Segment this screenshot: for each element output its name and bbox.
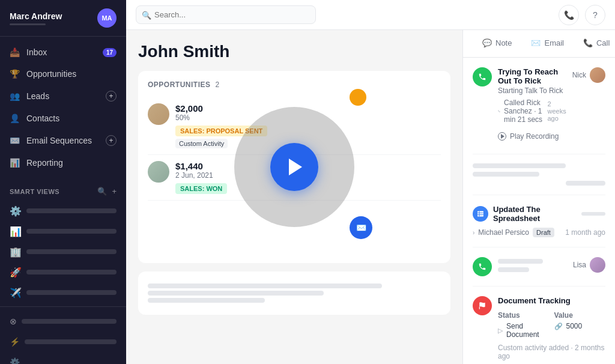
action-tabs: 💬 Note ✉️ Email 📞 Call 📋 Activity bbox=[463, 30, 615, 58]
feed-item-doctrack: Document Tracking Status ▷ Send Document bbox=[473, 287, 605, 364]
called-text: Called Rick Sanchez · 1 min 21 secs bbox=[504, 99, 544, 124]
blue-bubble: ✉️ bbox=[350, 216, 372, 239]
smart-view-item-4[interactable]: 🚀 bbox=[10, 262, 117, 282]
bottom-icon-1: ⊗ bbox=[10, 317, 17, 326]
sv-bar-4 bbox=[26, 270, 117, 275]
chevron-icon: › bbox=[473, 229, 474, 236]
feed-item-call1: Trying To Reach Out To Rick Starting Tal… bbox=[473, 58, 605, 154]
smart-views-add-icon[interactable]: + bbox=[112, 187, 117, 196]
skel-call2-a bbox=[498, 259, 543, 264]
smart-view-item-1[interactable]: ⚙️ bbox=[10, 201, 117, 221]
doc-status-col: Status ▷ Send Document bbox=[498, 311, 550, 339]
bottom-item-2[interactable]: ⚡ bbox=[10, 333, 117, 350]
sidebar-item-contacts[interactable]: 👤 Contacts bbox=[0, 108, 126, 129]
nav-label-leads: Leads bbox=[26, 91, 49, 101]
feed-user-name-call2: Lisa bbox=[573, 261, 586, 269]
sidebar-item-opportunities[interactable]: 🏆 Opportunities bbox=[0, 63, 126, 85]
email-icon: ✉️ bbox=[531, 38, 541, 47]
smart-views-search-icon[interactable]: 🔍 bbox=[97, 187, 107, 196]
skeleton-card bbox=[138, 271, 450, 315]
feed-user-name-call1: Nick bbox=[572, 71, 586, 79]
feed-item-spreadsheet: Updated The Spreadsheet › Michael Persic… bbox=[473, 195, 605, 247]
feed-row-doctrack: Document Tracking Status ▷ Send Document bbox=[473, 296, 605, 360]
doc-status-label: Status bbox=[498, 311, 550, 320]
doc-value-row: 🔗 5000 bbox=[554, 322, 606, 330]
sidebar-item-leads[interactable]: 👥 Leads + bbox=[0, 85, 126, 108]
search-icon: 🔍 bbox=[142, 10, 151, 19]
opp-avatar-2 bbox=[148, 161, 169, 183]
inbox-icon: 📥 bbox=[10, 47, 20, 57]
play-recording-button[interactable]: Play Recording bbox=[498, 129, 566, 144]
smart-view-item-2[interactable]: 📊 bbox=[10, 221, 117, 241]
feed-icon-spreadsheet bbox=[473, 206, 488, 222]
feed-skeleton-1 bbox=[473, 154, 605, 195]
feed-content-call2 bbox=[498, 257, 567, 274]
feed-title-doctrack: Document Tracking bbox=[498, 296, 605, 305]
opportunities-title: OPPORTUNITIES bbox=[148, 80, 211, 89]
leads-add-button[interactable]: + bbox=[106, 91, 117, 102]
skel-call2-b bbox=[498, 267, 529, 272]
smart-views-label: SMART VIEWS bbox=[10, 188, 59, 195]
feed-content-doctrack: Document Tracking Status ▷ Send Document bbox=[498, 296, 605, 360]
skeleton-2 bbox=[148, 291, 324, 296]
left-panel: John Smith OPPORTUNITIES 2 $2,000 50% SA… bbox=[126, 30, 462, 364]
feed-row-call2: Lisa bbox=[473, 257, 605, 276]
feed-icon-call1 bbox=[473, 67, 492, 86]
time-ago-link[interactable]: 2 weeks ago bbox=[547, 100, 566, 122]
spreadsheet-meta bbox=[581, 210, 605, 217]
michael-name: Michael Persico bbox=[478, 228, 529, 237]
bottom-bar-2 bbox=[25, 339, 117, 344]
tab-note[interactable]: 💬 Note bbox=[473, 30, 521, 57]
opp-avatar-1 bbox=[148, 103, 169, 125]
doc-value-col: Value 🔗 5000 bbox=[554, 311, 606, 339]
opportunities-count: 2 bbox=[216, 80, 220, 89]
opp-custom-activity: Custom Activity bbox=[175, 139, 228, 148]
skel-b bbox=[473, 172, 539, 177]
topbar-actions: 📞 ? bbox=[559, 5, 605, 25]
bottom-item-3[interactable]: ⚙️ bbox=[10, 354, 117, 364]
play-triangle-icon bbox=[289, 159, 302, 175]
play-recording-label: Play Recording bbox=[510, 132, 559, 141]
sidebar-item-reporting[interactable]: 📊 Reporting bbox=[0, 152, 126, 174]
email-sequences-add-button[interactable]: + bbox=[106, 135, 117, 146]
trophy-icon: 🏆 bbox=[10, 69, 20, 79]
note-icon: 💬 bbox=[482, 38, 492, 47]
sv-icon-3: 🏢 bbox=[10, 246, 22, 258]
bottom-item-1[interactable]: ⊗ bbox=[10, 313, 117, 330]
michael-row: › Michael Persico Draft 1 month ago bbox=[473, 228, 605, 237]
skeleton-3 bbox=[148, 298, 265, 303]
send-document-icon: ▷ bbox=[498, 327, 503, 335]
search-wrap: 🔍 bbox=[136, 5, 316, 24]
search-input[interactable] bbox=[136, 5, 316, 24]
doc-value-label: Value bbox=[554, 311, 606, 320]
doc-grid: Status ▷ Send Document Value 🔗 bbox=[498, 311, 605, 339]
email-sequences-icon: ✉️ bbox=[10, 136, 20, 145]
feed-icon-doctrack bbox=[473, 296, 492, 315]
feed-title-call1: Trying To Reach Out To Rick bbox=[498, 67, 566, 85]
call-icon: 📞 bbox=[583, 38, 593, 47]
smart-views-actions: 🔍 + bbox=[97, 187, 117, 196]
smart-view-item-5[interactable]: ✈️ bbox=[10, 282, 117, 303]
bottom-bar-1 bbox=[22, 319, 117, 324]
feed-row-call1: Trying To Reach Out To Rick Starting Tal… bbox=[473, 67, 605, 144]
contact-name: John Smith bbox=[138, 42, 450, 61]
smart-views-header: SMART VIEWS 🔍 + bbox=[10, 187, 117, 196]
sidebar-item-inbox[interactable]: 📥 Inbox 17 bbox=[0, 41, 126, 63]
video-overlay: ✉️ bbox=[234, 107, 354, 227]
tab-email-label: Email bbox=[544, 38, 564, 47]
sv-icon-2: 📊 bbox=[10, 225, 22, 237]
content-area: John Smith OPPORTUNITIES 2 $2,000 50% SA… bbox=[126, 30, 615, 364]
help-button[interactable]: ? bbox=[585, 5, 605, 25]
feed-title-spreadsheet: Updated The Spreadsheet bbox=[493, 205, 581, 223]
value-icon: 🔗 bbox=[554, 323, 563, 330]
sidebar-item-email-sequences[interactable]: ✉️ Email Sequences + bbox=[0, 129, 126, 152]
tab-call[interactable]: 📞 Call bbox=[574, 30, 615, 57]
skel-c bbox=[566, 181, 605, 186]
play-button[interactable] bbox=[270, 143, 318, 191]
skel-a bbox=[473, 163, 566, 168]
tab-email[interactable]: ✉️ Email bbox=[521, 30, 574, 57]
doc-send-row: ▷ Send Document bbox=[498, 322, 550, 339]
phone-button[interactable]: 📞 bbox=[559, 5, 579, 25]
smart-view-item-3[interactable]: 🏢 bbox=[10, 241, 117, 262]
right-panel: 💬 Note ✉️ Email 📞 Call 📋 Activity bbox=[462, 30, 615, 364]
